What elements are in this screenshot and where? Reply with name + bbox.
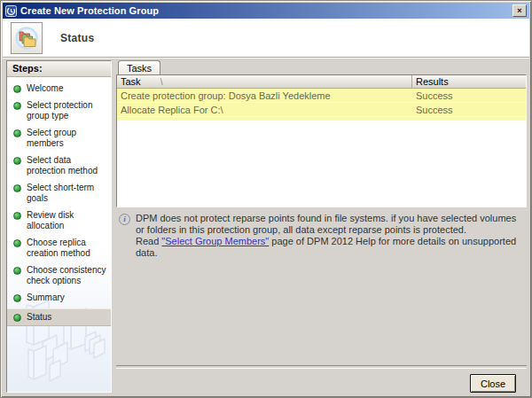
sort-indicator-icon: \ [160,77,163,87]
step-complete-icon [13,129,21,137]
protection-group-icon [11,22,43,54]
step-label: Select group members [27,128,109,149]
step-complete-icon [13,184,21,192]
info-text: DPM does not protect reparse points foun… [136,213,523,259]
close-button[interactable]: Close [470,374,516,393]
step-label: Select data protection method [27,155,109,176]
page-title: Status [60,32,94,44]
steps-sidebar: Steps: Welcome Select protection group t… [6,60,112,393]
result-cell: Success [412,103,526,116]
step-choose-consistency-check-options[interactable]: Choose consistency check options [7,264,111,287]
close-window-button[interactable]: × [512,4,527,17]
titlebar[interactable]: Create New Protection Group × [3,3,529,19]
steps-list: Welcome Select protection group type Sel… [7,77,111,331]
column-header-task[interactable]: Task \ [117,75,412,88]
task-cell: Allocate Replica For C:\ [117,103,412,116]
spacer [116,259,527,365]
step-label: Summary [27,293,65,303]
tasks-table: Task \ Results Create protection group: … [116,74,527,207]
close-icon: × [517,5,521,16]
select-group-members-link[interactable]: "Select Group Members" [161,236,269,246]
main-panel: Tasks Task \ Results Create protection g… [116,60,527,393]
wizard-header: Status [3,19,529,58]
table-row-highlight-strip [117,117,526,121]
step-select-data-protection-method[interactable]: Select data protection method [7,154,111,177]
window-title: Create New Protection Group [20,5,509,16]
info-note: i DPM does not protect reparse points fo… [116,207,527,259]
task-row-create-protection-group[interactable]: Create protection group: Dosya Bazli Yed… [117,89,526,103]
task-cell: Create protection group: Dosya Bazli Yed… [117,89,412,102]
info-read-prefix: Read [136,236,161,246]
footer: Close [116,369,527,393]
step-summary[interactable]: Summary [7,292,111,304]
step-select-group-members[interactable]: Select group members [7,127,111,150]
step-label: Choose consistency check options [27,265,109,286]
step-complete-icon [13,267,21,275]
column-header-results[interactable]: Results [412,75,526,88]
step-label: Welcome [27,83,64,94]
step-complete-icon [13,294,21,302]
step-complete-icon [13,212,21,220]
step-complete-icon [13,239,21,247]
steps-heading: Steps: [7,61,111,77]
task-row-allocate-replica[interactable]: Allocate Replica For C:\ Success [117,103,526,117]
info-sentence: DPM does not protect reparse points foun… [136,213,516,235]
dpm-app-icon [5,5,17,17]
step-choose-replica-creation-method[interactable]: Choose replica creation method [7,237,111,260]
step-complete-icon [13,314,21,322]
step-complete-icon [13,85,21,93]
step-label: Status [27,312,51,323]
step-status[interactable]: Status [7,308,111,326]
step-select-protection-group-type[interactable]: Select protection group type [7,99,111,122]
column-header-task-label: Task [121,76,141,87]
step-select-short-term-goals[interactable]: Select short-term goals [7,182,111,205]
create-protection-group-dialog: Create New Protection Group × Status Ste… [0,0,532,398]
step-complete-icon [13,102,21,110]
step-label: Choose replica creation method [27,238,109,259]
step-label: Select protection group type [27,100,109,121]
step-complete-icon [13,157,21,165]
content-area: Steps: Welcome Select protection group t… [3,58,529,395]
result-cell: Success [412,89,526,102]
step-welcome[interactable]: Welcome [7,82,111,95]
step-label: Select short-term goals [27,183,109,204]
step-label: Review disk allocation [27,210,109,231]
table-header-row: Task \ Results [117,75,526,89]
tab-tasks[interactable]: Tasks [118,60,160,74]
info-icon: i [119,214,130,225]
step-review-disk-allocation[interactable]: Review disk allocation [7,209,111,232]
